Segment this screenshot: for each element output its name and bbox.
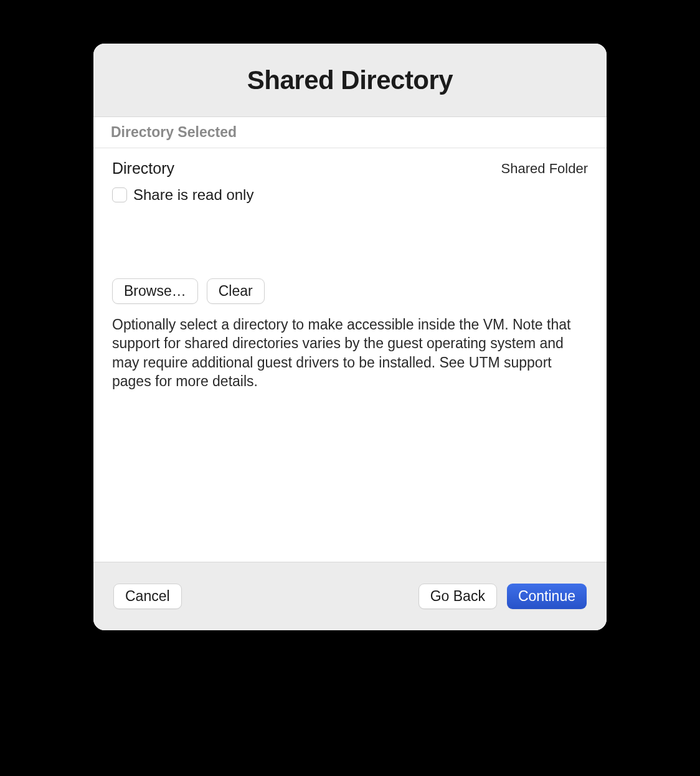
clear-button[interactable]: Clear: [207, 278, 265, 304]
readonly-checkbox-label: Share is read only: [133, 186, 253, 204]
footer-right: Go Back Continue: [419, 584, 587, 609]
description-text: Optionally select a directory to make ac…: [112, 315, 588, 390]
directory-label: Directory: [112, 159, 174, 177]
section-header: Directory Selected: [93, 117, 607, 148]
footer: Cancel Go Back Continue: [93, 562, 607, 630]
section-header-label: Directory Selected: [111, 124, 237, 141]
readonly-checkbox[interactable]: [112, 187, 127, 202]
directory-row: Directory Shared Folder: [112, 159, 588, 177]
go-back-button[interactable]: Go Back: [419, 584, 497, 609]
cancel-button[interactable]: Cancel: [113, 584, 182, 609]
browse-button[interactable]: Browse…: [112, 278, 198, 304]
titlebar: Shared Directory: [93, 44, 607, 117]
directory-value: Shared Folder: [501, 161, 588, 177]
continue-button[interactable]: Continue: [507, 584, 587, 609]
directory-button-row: Browse… Clear: [112, 278, 588, 304]
readonly-checkbox-row: Share is read only: [112, 186, 588, 204]
dialog-window: Shared Directory Directory Selected Dire…: [93, 44, 607, 630]
content-area: Directory Shared Folder Share is read on…: [93, 148, 607, 562]
dialog-title: Shared Directory: [247, 65, 453, 95]
